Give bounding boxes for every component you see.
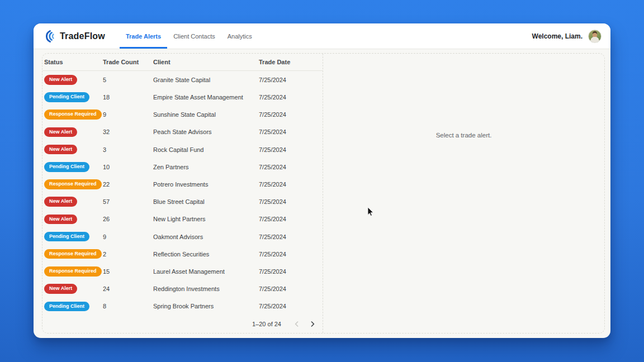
client-cell: Sunshine State Capital [153, 111, 259, 118]
trade-date-cell: 7/25/2024 [259, 303, 323, 309]
trade-date-cell: 7/25/2024 [259, 268, 323, 275]
content-panel: Status Trade Count Client Trade Date New… [42, 53, 605, 334]
status-badge: Response Required [44, 266, 102, 277]
status-badge: Pending Client [44, 92, 89, 102]
next-page-button[interactable] [306, 317, 319, 331]
previous-page-button[interactable] [290, 317, 304, 331]
trade-date-cell: 7/25/2024 [259, 285, 323, 292]
table-row[interactable]: New Alert 5 Granite State Capital 7/25/2… [42, 71, 323, 88]
table-row[interactable]: New Alert 57 Blue Street Capital 7/25/20… [42, 193, 323, 211]
trade-count-cell: 8 [103, 303, 153, 309]
status-badge: New Alert [44, 215, 77, 225]
trade-count-cell: 9 [103, 111, 153, 118]
trade-count-cell: 32 [103, 128, 153, 135]
trade-count-cell: 15 [103, 268, 153, 275]
trade-count-cell: 26 [103, 216, 153, 222]
status-badge: New Alert [44, 145, 77, 155]
welcome-text: Welcome, Liam. [532, 32, 583, 40]
chevron-left-icon [294, 321, 300, 327]
table-row[interactable]: Pending Client 10 Zen Partners 7/25/2024 [42, 158, 323, 175]
app-title: TradeFlow [60, 31, 105, 41]
trade-date-cell: 7/25/2024 [259, 164, 323, 170]
trade-count-cell: 22 [103, 181, 153, 188]
brand: TradeFlow [42, 23, 105, 49]
client-cell: Spring Brook Partners [153, 303, 259, 309]
trade-date-cell: 7/25/2024 [259, 181, 323, 188]
nav-tab[interactable]: Trade Alerts [120, 23, 167, 49]
trade-count-cell: 10 [103, 164, 153, 170]
pagination: 1–20 of 24 [42, 315, 323, 333]
client-cell: Reddington Investments [153, 285, 259, 292]
trade-count-cell: 2 [103, 251, 153, 258]
trade-date-cell: 7/25/2024 [259, 234, 323, 240]
user-avatar[interactable] [588, 30, 602, 43]
client-cell: Zen Partners [153, 164, 259, 170]
table-row[interactable]: Pending Client 18 Empire State Asset Man… [42, 88, 323, 106]
detail-placeholder-text: Select a trade alert. [323, 132, 604, 139]
column-header-client: Client [153, 59, 259, 65]
status-badge: Response Required [44, 249, 102, 259]
table-row[interactable]: New Alert 32 Peach State Advisors 7/25/2… [42, 123, 323, 141]
trade-date-cell: 7/25/2024 [259, 198, 323, 205]
column-header-trade-date: Trade Date [259, 59, 323, 65]
trade-date-cell: 7/25/2024 [259, 111, 323, 118]
table-row[interactable]: Response Required 9 Sunshine State Capit… [42, 106, 323, 123]
nav-tab[interactable]: Client Contacts [167, 23, 221, 49]
trade-date-cell: 7/25/2024 [259, 128, 323, 135]
trade-alerts-list: Status Trade Count Client Trade Date New… [42, 54, 323, 333]
nav-tab[interactable]: Analytics [221, 23, 258, 49]
table-row[interactable]: New Alert 26 New Light Partners 7/25/202… [42, 211, 323, 228]
table-row[interactable]: Pending Client 8 Spring Brook Partners 7… [42, 298, 323, 315]
trade-count-cell: 3 [103, 146, 153, 153]
client-cell: Oakmont Advisors [153, 234, 259, 240]
table-row[interactable]: Response Required 22 Potrero Investments… [42, 175, 323, 193]
status-badge: Pending Client [44, 302, 89, 312]
status-badge: Response Required [44, 109, 102, 120]
client-cell: Reflection Securities [153, 251, 259, 258]
app-window: TradeFlow Trade AlertsClient ContactsAna… [34, 23, 610, 338]
table-row[interactable]: Response Required 2 Reflection Securitie… [42, 245, 323, 263]
status-badge: New Alert [44, 127, 77, 137]
client-cell: Granite State Capital [153, 77, 259, 83]
table-body: New Alert 5 Granite State Capital 7/25/2… [42, 71, 323, 315]
status-badge: New Alert [44, 284, 77, 294]
client-cell: Laurel Asset Management [153, 268, 259, 275]
trade-count-cell: 24 [103, 285, 153, 292]
pagination-label: 1–20 of 24 [252, 321, 281, 327]
client-cell: Peach State Advisors [153, 128, 259, 135]
trade-date-cell: 7/25/2024 [259, 216, 323, 222]
table-header: Status Trade Count Client Trade Date [42, 54, 323, 71]
status-badge: Pending Client [44, 232, 89, 242]
client-cell: New Light Partners [153, 216, 259, 222]
trade-date-cell: 7/25/2024 [259, 77, 323, 83]
detail-pane: Select a trade alert. [323, 54, 604, 333]
chevron-right-icon [310, 321, 315, 327]
trade-date-cell: 7/25/2024 [259, 146, 323, 153]
trade-date-cell: 7/25/2024 [259, 251, 323, 258]
table-row[interactable]: New Alert 24 Reddington Investments 7/25… [42, 280, 323, 297]
client-cell: Empire State Asset Management [153, 94, 259, 101]
user-area: Welcome, Liam. [532, 23, 602, 49]
column-header-status: Status [44, 59, 103, 65]
status-badge: Pending Client [44, 162, 89, 172]
column-header-trade-count: Trade Count [103, 59, 153, 65]
status-badge: New Alert [44, 197, 77, 207]
trade-count-cell: 57 [103, 198, 153, 205]
trade-count-cell: 9 [103, 234, 153, 240]
client-cell: Rock Capital Fund [153, 146, 259, 153]
trade-count-cell: 18 [103, 94, 153, 101]
desktop: { "app": { "title": "TradeFlow" }, "head… [0, 0, 644, 362]
table-row[interactable]: Response Required 15 Laurel Asset Manage… [42, 263, 323, 280]
main-content: Status Trade Count Client Trade Date New… [34, 49, 610, 337]
nav-tabs: Trade AlertsClient ContactsAnalytics [120, 23, 258, 49]
client-cell: Blue Street Capital [153, 198, 259, 205]
table-row[interactable]: New Alert 3 Rock Capital Fund 7/25/2024 [42, 141, 323, 158]
tradeflow-logo-icon [42, 30, 56, 43]
trade-date-cell: 7/25/2024 [259, 94, 323, 101]
top-nav: TradeFlow Trade AlertsClient ContactsAna… [34, 23, 610, 49]
client-cell: Potrero Investments [153, 181, 259, 188]
status-badge: New Alert [44, 75, 77, 85]
status-badge: Response Required [44, 179, 102, 189]
table-row[interactable]: Pending Client 9 Oakmont Advisors 7/25/2… [42, 228, 323, 245]
trade-count-cell: 5 [103, 77, 153, 83]
